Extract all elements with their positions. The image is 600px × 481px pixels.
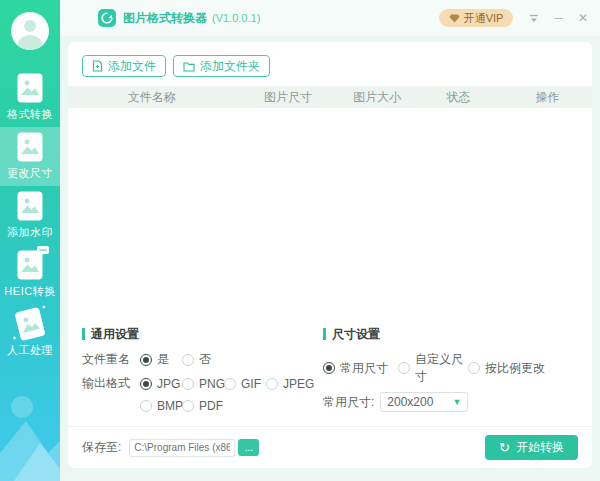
sidebar-item-format-convert[interactable]: 格式转换 bbox=[0, 68, 60, 127]
heic-badge-icon bbox=[37, 246, 49, 254]
radio-icon bbox=[182, 400, 194, 412]
sidebar-decoration bbox=[0, 391, 60, 481]
folder-icon bbox=[183, 61, 195, 72]
option-label: PDF bbox=[199, 399, 223, 413]
column-header-status: 状态 bbox=[414, 89, 503, 106]
option-label: 自定义尺寸 bbox=[415, 351, 468, 385]
main-area: 添加文件 添加文件夹 文件名称 图片尺寸 图片大小 状态 操作 通用设置 bbox=[60, 36, 600, 481]
app-version: (V1.0.0.1) bbox=[212, 12, 260, 24]
save-path-input[interactable] bbox=[129, 439, 235, 457]
add-file-button[interactable]: 添加文件 bbox=[82, 55, 166, 77]
browse-button[interactable]: ... bbox=[238, 439, 259, 456]
radio-icon bbox=[468, 362, 480, 374]
photo-watermark-icon bbox=[17, 191, 43, 221]
option-label: JPG bbox=[157, 377, 180, 391]
app-logo-icon bbox=[98, 9, 116, 27]
general-settings-title: 通用设置 bbox=[82, 328, 323, 340]
save-to-label: 保存至: bbox=[82, 439, 121, 456]
format-option-png[interactable]: PNG bbox=[182, 377, 224, 391]
size-mode-preset[interactable]: 常用尺寸 bbox=[323, 360, 398, 377]
radio-icon bbox=[140, 400, 152, 412]
column-header-actions: 操作 bbox=[503, 89, 592, 106]
radio-icon bbox=[182, 354, 194, 366]
size-mode-custom[interactable]: 自定义尺寸 bbox=[398, 351, 468, 385]
option-label: GIF bbox=[241, 377, 261, 391]
sidebar-item-heic[interactable]: HEIC转换 bbox=[0, 245, 60, 304]
option-label: 否 bbox=[199, 351, 211, 368]
panel-footer: 保存至: ... ↻ 开始转换 bbox=[68, 427, 592, 468]
size-settings-title: 尺寸设置 bbox=[323, 328, 578, 340]
format-option-bmp[interactable]: BMP bbox=[140, 399, 182, 413]
sidebar-item-watermark[interactable]: 添加水印 bbox=[0, 186, 60, 245]
size-mode-ratio[interactable]: 按比例更改 bbox=[468, 360, 545, 377]
photo-manual-icon: ✦ ✦ bbox=[14, 306, 46, 341]
sidebar-item-manual[interactable]: ✦ ✦ 人工处理 bbox=[0, 304, 60, 363]
radio-icon bbox=[182, 378, 194, 390]
radio-icon bbox=[140, 354, 152, 366]
vip-label: 开通VIP bbox=[464, 11, 504, 26]
sidebar-item-resize[interactable]: 更改尺寸 bbox=[0, 127, 60, 186]
sidebar-item-label: 添加水印 bbox=[7, 225, 53, 240]
option-label: BMP bbox=[157, 399, 183, 413]
sidebar-nav: 格式转换 更改尺寸 添加水印 HEIC转换 bbox=[0, 68, 60, 363]
option-label: JPEG bbox=[283, 377, 314, 391]
option-label: 按比例更改 bbox=[485, 360, 545, 377]
sidebar-item-label: HEIC转换 bbox=[4, 284, 55, 299]
preset-size-select[interactable]: 200x200 ▼ bbox=[380, 392, 468, 412]
close-icon[interactable]: ✕ bbox=[578, 12, 588, 24]
add-folder-button[interactable]: 添加文件夹 bbox=[173, 55, 270, 77]
preset-size-label: 常用尺寸: bbox=[323, 394, 374, 411]
sidebar-item-label: 人工处理 bbox=[7, 343, 53, 358]
format-option-gif[interactable]: GIF bbox=[224, 377, 266, 391]
add-file-label: 添加文件 bbox=[108, 58, 156, 75]
refresh-icon: ↻ bbox=[499, 441, 510, 454]
start-convert-button[interactable]: ↻ 开始转换 bbox=[485, 435, 578, 460]
radio-icon bbox=[266, 378, 278, 390]
content-panel: 添加文件 添加文件夹 文件名称 图片尺寸 图片大小 状态 操作 通用设置 bbox=[68, 42, 592, 468]
photo-convert-icon bbox=[17, 73, 43, 103]
format-label: 输出格式 bbox=[82, 375, 130, 392]
sparkle-icon: ✦ bbox=[11, 334, 18, 342]
format-option-jpg[interactable]: JPG bbox=[140, 377, 182, 391]
rename-label: 文件重名 bbox=[82, 351, 130, 368]
radio-icon bbox=[398, 362, 410, 374]
avatar-icon bbox=[11, 12, 49, 50]
add-folder-label: 添加文件夹 bbox=[200, 58, 260, 75]
rename-option-yes[interactable]: 是 bbox=[140, 351, 182, 368]
option-label: 常用尺寸 bbox=[340, 360, 388, 377]
column-header-filesize: 图片大小 bbox=[340, 89, 413, 106]
column-header-dimensions: 图片尺寸 bbox=[236, 89, 341, 106]
chevron-down-icon: ▼ bbox=[452, 397, 461, 407]
titlebar: 图片格式转换器 (V1.0.0.1) 开通VIP ─ ✕ bbox=[60, 0, 600, 36]
sidebar-item-label: 格式转换 bbox=[7, 107, 53, 122]
app-window: 格式转换 更改尺寸 添加水印 HEIC转换 bbox=[0, 0, 600, 481]
sidebar: 格式转换 更改尺寸 添加水印 HEIC转换 bbox=[0, 0, 60, 481]
rename-option-no[interactable]: 否 bbox=[182, 351, 224, 368]
user-avatar[interactable] bbox=[0, 0, 60, 62]
menu-dropdown-icon[interactable] bbox=[529, 14, 539, 23]
photo-resize-icon bbox=[17, 132, 43, 162]
format-option-pdf[interactable]: PDF bbox=[182, 399, 224, 413]
minimize-icon[interactable]: ─ bbox=[554, 12, 563, 24]
file-plus-icon bbox=[92, 60, 103, 72]
radio-icon bbox=[323, 362, 335, 374]
size-settings: 尺寸设置 常用尺寸 自定义尺寸 按比例更改 bbox=[323, 322, 578, 420]
sparkle-icon: ✦ bbox=[40, 303, 47, 311]
file-toolbar: 添加文件 添加文件夹 bbox=[68, 42, 592, 86]
radio-icon bbox=[224, 378, 236, 390]
start-convert-label: 开始转换 bbox=[516, 439, 564, 456]
format-option-jpeg[interactable]: JPEG bbox=[266, 377, 314, 391]
general-settings: 通用设置 文件重名 是 否 输出格式 bbox=[82, 322, 323, 420]
file-table-header: 文件名称 图片尺寸 图片大小 状态 操作 bbox=[68, 86, 592, 108]
column-header-filename: 文件名称 bbox=[68, 89, 236, 106]
settings-section: 通用设置 文件重名 是 否 输出格式 bbox=[68, 320, 592, 426]
preset-size-value: 200x200 bbox=[387, 395, 433, 409]
sidebar-item-label: 更改尺寸 bbox=[7, 166, 53, 181]
option-label: 是 bbox=[157, 351, 169, 368]
photo-heic-icon bbox=[17, 250, 43, 280]
option-label: PNG bbox=[199, 377, 225, 391]
app-title: 图片格式转换器 bbox=[123, 10, 207, 27]
vip-button[interactable]: 开通VIP bbox=[439, 9, 514, 27]
gem-icon bbox=[449, 14, 460, 23]
file-table-body bbox=[68, 108, 592, 320]
